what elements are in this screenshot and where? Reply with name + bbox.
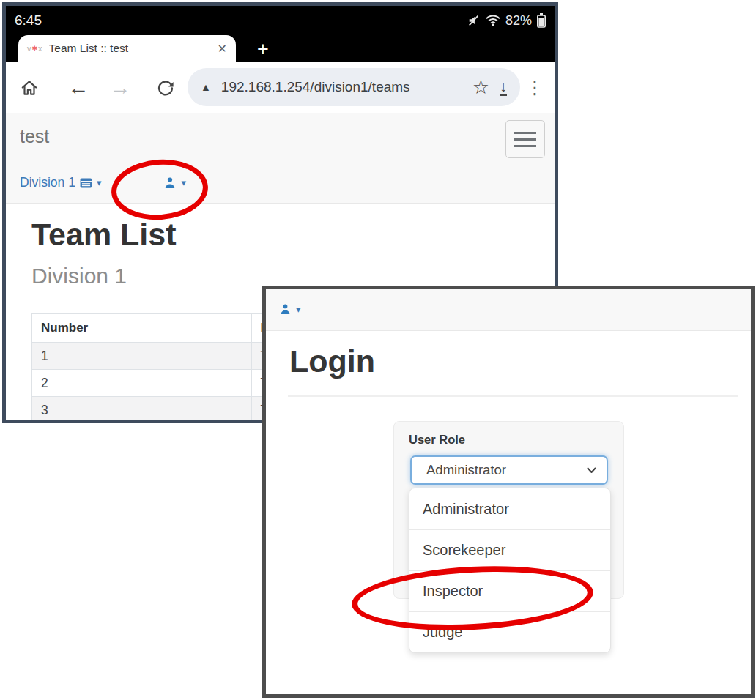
page-title: Team List <box>32 217 177 253</box>
brand-text: test <box>20 126 49 147</box>
browser-tab-strip: v✱x Team List :: test ✕ + <box>6 35 555 62</box>
tab-title: Team List :: test <box>49 42 211 55</box>
site-navbar: test Division 1 <box>6 113 555 204</box>
menu-kebab-icon[interactable]: ⋮ <box>525 62 545 113</box>
forward-icon[interactable]: → <box>109 62 131 113</box>
login-title: Login <box>289 343 375 379</box>
battery-icon <box>537 13 546 28</box>
site-warning-icon[interactable]: ▲ <box>201 81 211 93</box>
chevron-down-icon: ▾ <box>97 177 102 188</box>
division-menu-label: Division 1 <box>20 175 75 190</box>
user-menu[interactable]: ▾ <box>280 304 301 315</box>
mute-icon <box>467 14 481 27</box>
role-option[interactable]: Inspector <box>410 570 610 611</box>
chevron-down-icon: ▾ <box>296 304 301 315</box>
role-option[interactable]: Judge <box>410 611 610 652</box>
person-icon <box>280 304 291 315</box>
role-dropdown-list: AdministratorScorekeeperInspectorJudge <box>409 488 611 653</box>
user-menu[interactable]: ▾ <box>164 177 186 189</box>
login-navbar: ▾ <box>266 289 751 331</box>
table-header-cell: Number <box>32 314 252 343</box>
team-number-cell: 2 <box>32 370 252 397</box>
clock: 6:45 <box>15 12 42 29</box>
chevron-down-icon <box>587 467 596 474</box>
user-role-select[interactable]: Administrator <box>410 455 608 485</box>
chevron-down-icon: ▾ <box>181 177 186 188</box>
battery-percent: 82% <box>505 13 532 29</box>
browser-tab[interactable]: v✱x Team List :: test ✕ <box>18 35 236 62</box>
star-icon[interactable]: ☆ <box>472 76 489 99</box>
wifi-icon <box>486 15 500 26</box>
url-text[interactable]: 192.168.1.254/division1/teams <box>221 79 462 95</box>
login-screenshot-window: ▾ Login User Role Administrator Administ… <box>262 286 755 698</box>
divider <box>288 395 738 397</box>
browser-toolbar: ← → ▲ 192.168.1.254/division1/teams ☆ ↓ … <box>6 62 555 113</box>
selected-role-value: Administrator <box>426 462 587 478</box>
favicon-icon: v✱x <box>27 45 42 53</box>
download-icon[interactable]: ↓ <box>500 79 507 96</box>
android-status-bar: 6:45 <box>6 6 555 35</box>
home-icon[interactable] <box>19 62 40 113</box>
division-menu[interactable]: Division 1 ▾ <box>20 175 101 190</box>
team-number-cell: 1 <box>32 343 252 370</box>
url-bar[interactable]: ▲ 192.168.1.254/division1/teams ☆ ↓ <box>188 68 520 106</box>
person-icon <box>164 177 176 189</box>
role-option[interactable]: Administrator <box>410 488 610 529</box>
page-subtitle: Division 1 <box>32 264 127 288</box>
user-role-label: User Role <box>409 433 465 447</box>
back-icon[interactable]: ← <box>67 62 89 113</box>
reload-icon[interactable] <box>155 62 177 113</box>
table-icon <box>80 178 92 188</box>
role-option[interactable]: Scorekeeper <box>410 529 610 570</box>
team-number-cell: 3 <box>32 397 252 424</box>
tab-close-icon[interactable]: ✕ <box>218 42 227 56</box>
hamburger-icon[interactable] <box>505 120 545 158</box>
screenshot-canvas: 6:45 <box>0 0 756 700</box>
new-tab-button[interactable]: + <box>252 38 274 60</box>
